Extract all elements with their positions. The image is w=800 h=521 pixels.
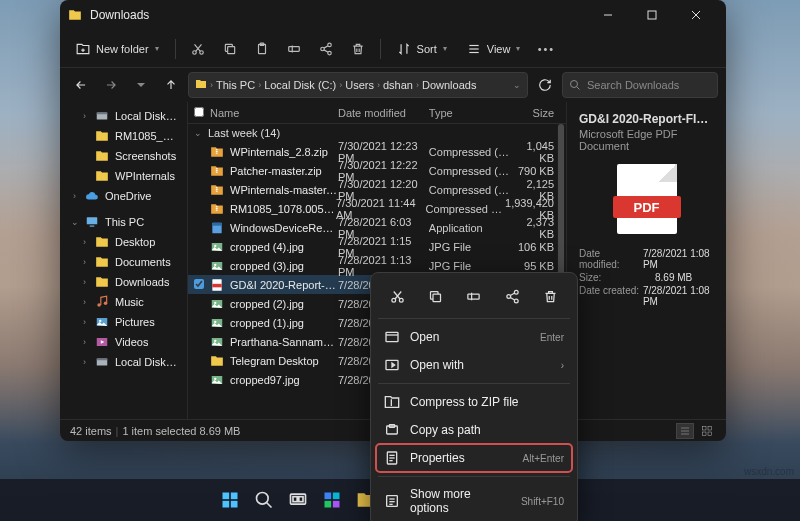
new-folder-button[interactable]: New folder ▾	[68, 38, 167, 60]
sidebar-item[interactable]: › Downloads	[60, 272, 187, 292]
img-icon	[210, 240, 224, 254]
share-icon[interactable]	[497, 282, 527, 310]
sidebar-item[interactable]: › Desktop	[60, 232, 187, 252]
sidebar-item[interactable]: › Music	[60, 292, 187, 312]
context-shortcut: Enter	[540, 332, 564, 343]
recent-button[interactable]	[128, 72, 154, 98]
context-item-compress-to-zip-file[interactable]: Compress to ZIP file	[376, 388, 572, 416]
delete-icon[interactable]	[536, 282, 566, 310]
svg-point-13	[327, 43, 331, 47]
context-item-open[interactable]: Open Enter	[376, 323, 572, 351]
svg-rect-36	[216, 152, 218, 153]
app-icon	[210, 221, 224, 235]
sidebar-item[interactable]: › Pictures	[60, 312, 187, 332]
file-name: WPinternals_2.8.zip	[230, 146, 328, 158]
search-button[interactable]	[250, 486, 278, 514]
details-view-button[interactable]	[676, 423, 694, 439]
context-item-label: Properties	[410, 451, 513, 465]
new-folder-label: New folder	[96, 43, 149, 55]
up-button[interactable]	[158, 72, 184, 98]
details-title: GD&I 2020-Report-FINAL-202…	[579, 112, 714, 126]
rename-button[interactable]	[280, 35, 308, 63]
minimize-button[interactable]	[586, 0, 630, 30]
context-item-properties[interactable]: Properties Alt+Enter	[376, 444, 572, 472]
column-type[interactable]: Type	[429, 107, 510, 119]
svg-rect-95	[231, 501, 238, 508]
window-icon	[68, 8, 82, 22]
forward-button[interactable]	[98, 72, 124, 98]
view-button[interactable]: View ▾	[459, 38, 529, 60]
taskview-button[interactable]	[284, 486, 312, 514]
chevron-right-icon: ›	[561, 360, 564, 371]
widgets-button[interactable]	[318, 486, 346, 514]
svg-line-22	[577, 87, 580, 90]
zip-icon	[210, 145, 224, 159]
sidebar-item-label: RM1085_1078.0…	[115, 130, 179, 142]
breadcrumb-item[interactable]: Users	[345, 79, 374, 91]
row-checkbox[interactable]	[194, 279, 204, 291]
sidebar-item[interactable]: › Local Disk (C:)	[60, 106, 187, 126]
sidebar-item[interactable]: › OneDrive	[60, 186, 187, 206]
sidebar-item[interactable]: › Local Disk (C:)	[60, 352, 187, 372]
svg-rect-103	[325, 501, 332, 508]
folder-icon	[95, 235, 109, 249]
more-button[interactable]: •••	[532, 35, 560, 63]
folder-icon	[210, 354, 224, 368]
thumbnails-view-button[interactable]	[698, 423, 716, 439]
svg-line-78	[510, 297, 514, 300]
svg-rect-39	[216, 171, 218, 172]
search-input[interactable]: Search Downloads	[562, 72, 718, 98]
details-pane: GD&I 2020-Report-FINAL-202… Microsoft Ed…	[566, 102, 726, 419]
context-item-label: Copy as path	[410, 423, 554, 437]
close-button[interactable]	[674, 0, 718, 30]
start-button[interactable]	[216, 486, 244, 514]
cut-button[interactable]	[184, 35, 212, 63]
sidebar-item[interactable]: ⌄ This PC	[60, 212, 187, 232]
chevron-icon: ›	[80, 337, 89, 347]
maximize-button[interactable]	[630, 0, 674, 30]
context-item-show-more-options[interactable]: Show more options Shift+F10	[376, 481, 572, 521]
sidebar-item[interactable]: Screenshots	[60, 146, 187, 166]
sidebar-item[interactable]: › Videos	[60, 332, 187, 352]
rename-icon[interactable]	[459, 282, 489, 310]
back-button[interactable]	[68, 72, 94, 98]
delete-button[interactable]	[344, 35, 372, 63]
copy-button[interactable]	[216, 35, 244, 63]
breadcrumb-item[interactable]: This PC	[216, 79, 255, 91]
svg-rect-71	[433, 294, 441, 302]
view-label: View	[487, 43, 511, 55]
copy-icon[interactable]	[421, 282, 451, 310]
cut-icon[interactable]	[382, 282, 412, 310]
breadcrumb-item[interactable]: Downloads	[422, 79, 476, 91]
sidebar[interactable]: › Local Disk (C:) RM1085_1078.0… Screens…	[60, 102, 188, 419]
sort-label: Sort	[417, 43, 437, 55]
refresh-button[interactable]	[532, 72, 558, 98]
chevron-down-icon[interactable]: ⌄	[513, 80, 521, 90]
svg-rect-26	[90, 226, 95, 227]
select-all-checkbox[interactable]	[194, 107, 204, 117]
column-headers[interactable]: Name Date modified Type Size	[188, 102, 566, 124]
paste-button[interactable]	[248, 35, 276, 63]
sidebar-item[interactable]: WPInternals	[60, 166, 187, 186]
file-name: WPinternals-master.zip	[230, 184, 338, 196]
pdf-thumbnail-icon: PDF	[617, 164, 677, 234]
breadcrumb[interactable]: › This PC› Local Disk (C:)› Users› dshan…	[188, 72, 528, 98]
column-date[interactable]: Date modified	[338, 107, 429, 119]
file-name: cropped (1).jpg	[230, 317, 304, 329]
context-menu[interactable]: Open Enter Open with › Compress to ZIP f…	[370, 272, 578, 521]
breadcrumb-item[interactable]: dshan	[383, 79, 413, 91]
context-item-copy-as-path[interactable]: Copy as path	[376, 416, 572, 444]
sort-button[interactable]: Sort ▾	[389, 38, 455, 60]
svg-point-14	[320, 47, 324, 51]
sidebar-item[interactable]: › Documents	[60, 252, 187, 272]
share-button[interactable]	[312, 35, 340, 63]
breadcrumb-item[interactable]: Local Disk (C:)	[264, 79, 336, 91]
column-name[interactable]: Name	[210, 107, 239, 119]
titlebar[interactable]: Downloads	[60, 0, 726, 30]
svg-line-97	[267, 503, 272, 508]
music-icon	[95, 295, 109, 309]
column-size[interactable]: Size	[509, 107, 566, 119]
sidebar-item[interactable]: RM1085_1078.0…	[60, 126, 187, 146]
svg-line-77	[510, 293, 514, 296]
context-item-open-with[interactable]: Open with ›	[376, 351, 572, 379]
